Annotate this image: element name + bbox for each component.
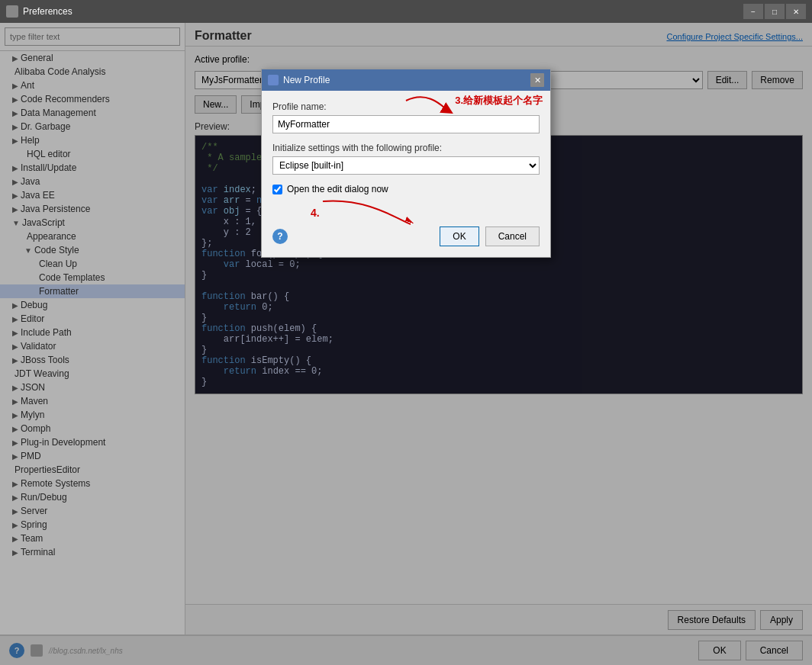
dialog-buttons: ? OK Cancel xyxy=(272,226,540,246)
annotation-step4-text: 4. xyxy=(311,207,320,219)
app-icon xyxy=(6,5,18,18)
arrow4-svg xyxy=(323,198,414,228)
dialog-icon xyxy=(268,75,279,85)
overlay-backdrop: New Profile ✕ 3.给新模板起个名字 Profile name: I… xyxy=(0,23,812,665)
init-settings-label: Initialize settings with the following p… xyxy=(272,143,540,153)
dialog-cancel-button[interactable]: Cancel xyxy=(485,226,540,246)
checkbox-label: Open the edit dialog now xyxy=(287,184,388,194)
maximize-button[interactable]: □ xyxy=(765,4,785,19)
dialog-title-bar: New Profile ✕ xyxy=(262,69,550,91)
dialog-body: Profile name: Initialize settings with t… xyxy=(262,91,550,257)
dialog-ok-button[interactable]: OK xyxy=(440,226,478,246)
close-button[interactable]: ✕ xyxy=(786,4,806,19)
dialog-title: New Profile xyxy=(283,75,330,85)
title-bar-left: Preferences xyxy=(6,5,72,18)
dialog-close-button[interactable]: ✕ xyxy=(530,73,544,87)
open-edit-checkbox[interactable] xyxy=(272,185,282,194)
dialog-help-icon[interactable]: ? xyxy=(272,229,288,244)
window-title: Preferences xyxy=(23,6,72,17)
profile-name-label: Profile name: xyxy=(272,101,540,112)
step4-annotation-container: 4. xyxy=(272,205,540,220)
checkbox-row: Open the edit dialog now xyxy=(272,184,540,194)
window-controls: − □ ✕ xyxy=(743,4,806,19)
minimize-button[interactable]: − xyxy=(743,4,763,19)
title-bar: Preferences − □ ✕ xyxy=(0,0,812,23)
new-profile-dialog: New Profile ✕ 3.给新模板起个名字 Profile name: I… xyxy=(261,69,551,258)
step4-annotation: 4. xyxy=(311,198,414,228)
init-profile-select[interactable]: Eclipse [built-in] xyxy=(272,156,540,175)
profile-name-input[interactable] xyxy=(272,115,540,133)
